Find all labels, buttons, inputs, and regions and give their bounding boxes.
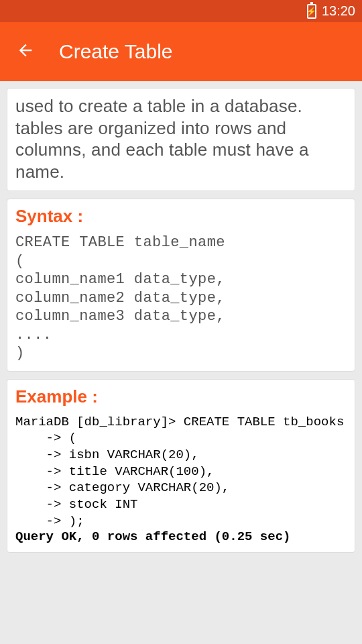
description-text: used to create a table in a database. ta… [15,95,347,182]
example-result: Query OK, 0 rows affected (0.25 sec) [15,529,347,544]
syntax-code: CREATE TABLE table_name ( column_name1 d… [15,233,347,363]
back-arrow-icon[interactable] [16,41,35,63]
example-code: MariaDB [db_library]> CREATE TABLE tb_bo… [15,414,347,530]
syntax-heading: Syntax : [15,206,347,227]
app-bar: Create Table [0,22,362,81]
page-title: Create Table [59,40,173,63]
example-card: Example : MariaDB [db_library]> CREATE T… [7,379,355,553]
status-time: 13:20 [322,3,355,19]
syntax-card: Syntax : CREATE TABLE table_name ( colum… [7,199,355,372]
description-card: used to create a table in a database. ta… [7,88,355,191]
example-heading: Example : [15,386,347,407]
content-area: used to create a table in a database. ta… [0,81,362,567]
status-bar: ⚡ 13:20 [0,0,362,22]
battery-charging-icon: ⚡ [307,4,316,19]
